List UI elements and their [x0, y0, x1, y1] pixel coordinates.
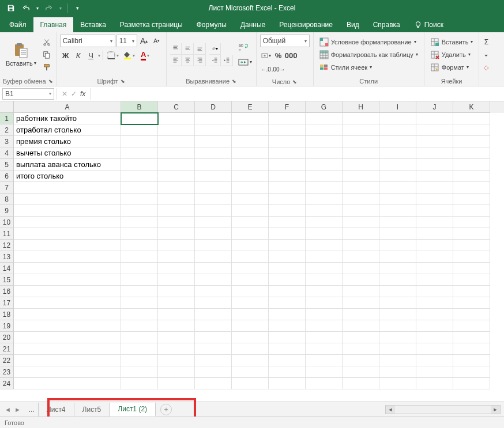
cell[interactable]: [195, 217, 232, 228]
cell[interactable]: [232, 124, 269, 136]
cell[interactable]: [121, 205, 158, 217]
sheet-tab[interactable]: Лист4: [39, 403, 74, 416]
redo-dropdown-icon[interactable]: ▾: [58, 2, 63, 14]
cell[interactable]: [453, 378, 490, 389]
copy-button[interactable]: [41, 49, 52, 60]
cell[interactable]: [195, 332, 232, 343]
format-cells-button[interactable]: Формат▾: [428, 62, 476, 73]
cell[interactable]: [269, 217, 306, 228]
cell[interactable]: [343, 355, 379, 366]
cell[interactable]: [343, 194, 379, 205]
delete-cells-button[interactable]: Удалить▾: [428, 49, 476, 60]
column-header[interactable]: E: [232, 101, 269, 113]
cell[interactable]: [195, 286, 232, 297]
cell[interactable]: [195, 378, 232, 389]
clear-button[interactable]: [480, 62, 492, 73]
cell[interactable]: [343, 309, 379, 320]
scroll-left-button[interactable]: ◄: [386, 406, 395, 414]
cell[interactable]: [416, 124, 453, 136]
cell[interactable]: [416, 194, 453, 205]
tab-data[interactable]: Данные: [234, 17, 272, 32]
cell[interactable]: [232, 113, 269, 124]
cell[interactable]: [14, 343, 121, 355]
cancel-formula-button[interactable]: ✕: [62, 90, 67, 98]
row-header[interactable]: 10: [0, 217, 14, 228]
cell[interactable]: [195, 194, 232, 205]
redo-icon[interactable]: [43, 2, 55, 14]
cell[interactable]: [14, 274, 121, 286]
cell[interactable]: [232, 251, 269, 263]
row-header[interactable]: 7: [0, 182, 14, 194]
cell[interactable]: [379, 355, 416, 366]
cell[interactable]: [158, 286, 195, 297]
cell[interactable]: [195, 147, 232, 159]
autosum-button[interactable]: Σ: [480, 36, 492, 48]
cell[interactable]: [121, 320, 158, 332]
row-header[interactable]: 18: [0, 309, 14, 320]
undo-dropdown-icon[interactable]: ▾: [35, 2, 40, 14]
cell[interactable]: [306, 320, 343, 332]
cell[interactable]: [379, 228, 416, 240]
cell[interactable]: [121, 228, 158, 240]
cell[interactable]: [379, 124, 416, 136]
cell[interactable]: [343, 113, 379, 124]
cell[interactable]: [121, 159, 158, 171]
fill-button[interactable]: [480, 49, 492, 60]
cell[interactable]: [195, 343, 232, 355]
cell[interactable]: [343, 343, 379, 355]
row-header[interactable]: 23: [0, 366, 14, 378]
cell[interactable]: [416, 159, 453, 171]
cell[interactable]: [453, 171, 490, 182]
cell[interactable]: [269, 182, 306, 194]
cell[interactable]: вычеты столько: [14, 147, 121, 159]
cell[interactable]: [232, 217, 269, 228]
cell[interactable]: выплата аванса столько: [14, 159, 121, 171]
cell[interactable]: [14, 378, 121, 389]
cell[interactable]: [195, 355, 232, 366]
cell[interactable]: [14, 355, 121, 366]
align-right-button[interactable]: [194, 55, 206, 66]
row-header[interactable]: 11: [0, 228, 14, 240]
cell[interactable]: [121, 297, 158, 309]
row-header[interactable]: 13: [0, 251, 14, 263]
cell[interactable]: [195, 113, 232, 124]
cell[interactable]: [343, 136, 379, 147]
cell[interactable]: [306, 124, 343, 136]
cell[interactable]: [416, 343, 453, 355]
format-painter-button[interactable]: [41, 62, 52, 73]
cell[interactable]: [343, 378, 379, 389]
cell[interactable]: [232, 171, 269, 182]
cell[interactable]: [158, 378, 195, 389]
cell[interactable]: [379, 297, 416, 309]
cell[interactable]: [343, 171, 379, 182]
cell[interactable]: [269, 124, 306, 136]
sheet-nav-next-button[interactable]: ►: [13, 405, 22, 414]
name-box[interactable]: B1▾: [2, 88, 54, 100]
cell[interactable]: [195, 124, 232, 136]
cell[interactable]: [453, 286, 490, 297]
cell[interactable]: [379, 309, 416, 320]
cell[interactable]: [306, 297, 343, 309]
chevron-down-icon[interactable]: ▾: [98, 53, 100, 58]
cell[interactable]: [416, 136, 453, 147]
cell[interactable]: [306, 171, 343, 182]
cell[interactable]: [121, 147, 158, 159]
cell[interactable]: [379, 240, 416, 251]
font-color-button[interactable]: А▾: [138, 50, 153, 61]
cell[interactable]: [453, 159, 490, 171]
bold-button[interactable]: Ж: [60, 50, 72, 61]
wrap-text-button[interactable]: abc: [238, 41, 249, 53]
cell[interactable]: [232, 228, 269, 240]
cell[interactable]: [343, 297, 379, 309]
sheet-tab[interactable]: Лист1 (2): [110, 403, 156, 416]
cell[interactable]: [14, 251, 121, 263]
cell[interactable]: [121, 309, 158, 320]
cell[interactable]: [343, 332, 379, 343]
cell[interactable]: [453, 274, 490, 286]
font-name-combo[interactable]: Calibri▾: [60, 35, 115, 47]
cell[interactable]: [453, 124, 490, 136]
cell[interactable]: [232, 194, 269, 205]
cell[interactable]: [121, 113, 158, 124]
cell[interactable]: [379, 274, 416, 286]
cell[interactable]: [158, 113, 195, 124]
